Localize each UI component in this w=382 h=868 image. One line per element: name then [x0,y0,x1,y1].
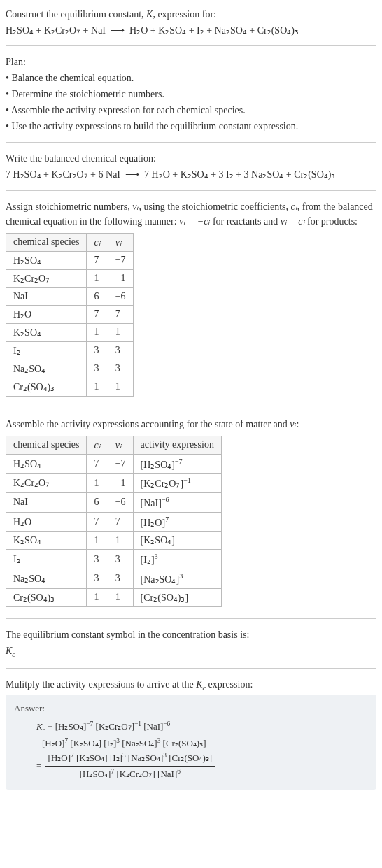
balanced-right: 7 H₂O + K₂SO₄ + 3 I₂ + 3 Na₂SO₄ + Cr₂(SO… [144,169,335,180]
species-cell: Cr₂(SO₄)₃ [6,378,87,396]
activity-cell: [K₂Cr₂O₇]−1 [133,474,221,493]
intro-K: K [146,9,153,20]
equals-sign: = [36,760,44,771]
species-cell: Na₂SO₄ [6,569,87,589]
stoich-ci: cᵢ [291,201,297,212]
nui-cell: −7 [108,454,133,474]
stoich-intro: Assign stoichiometric numbers, νᵢ, using… [6,199,376,229]
table-header: νᵢ [108,233,133,251]
header-nui: νᵢ [115,237,122,248]
intro-section: Construct the equilibrium constant, K, e… [6,7,376,45]
ci-cell: 3 [87,550,108,569]
nui-cell: −6 [108,287,133,305]
nui-cell: 1 [108,323,133,341]
answer-line1: [H₂SO₄]−7 [K₂Cr₂O₇]−1 [NaI]−6 [55,721,171,732]
intro-title-prefix: Construct the equilibrium constant, [6,9,146,20]
answer-label: Answer: [14,702,368,716]
answer-expression: Kc = [H₂SO₄]−7 [K₂Cr₂O₇]−1 [NaI]−6 [14,718,368,735]
kc-symbol: Kc [196,679,206,690]
ci-cell: 1 [87,588,108,606]
activity-nu: νᵢ [290,419,296,429]
stoich-text: , using the stoichiometric coefficients, [139,201,290,212]
table-row: H₂SO₄7−7[H₂SO₄]−7 [6,454,222,474]
species-cell: Na₂SO₄ [6,360,87,378]
table-row: H₂O77[H₂O]7 [6,512,222,532]
activity-intro: Assemble the activity expressions accoun… [6,417,376,432]
balanced-left: 7 H₂SO₄ + K₂Cr₂O₇ + 6 NaI [6,169,120,180]
reaction-left: H₂SO₄ + K₂Cr₂O₇ + NaI [6,25,106,36]
activity-section: Assemble the activity expressions accoun… [6,408,376,618]
species-cell: NaI [6,287,87,305]
table-row: NaI6−6[NaI]−6 [6,493,222,513]
nui-cell: 3 [108,569,133,589]
reaction-arrow: ⟶ [111,25,125,36]
species-cell: H₂SO₄ [6,454,87,474]
ci-cell: 1 [87,378,108,396]
stoich-section: Assign stoichiometric numbers, νᵢ, using… [6,190,376,408]
symbol-kc: Kc [6,643,376,660]
ci-cell: 7 [87,454,108,474]
nui-cell: 7 [108,305,133,323]
multiply-line: Mulitply the activity expressions to arr… [6,677,376,693]
nui-cell: −1 [108,474,133,493]
activity-cell: [K₂SO₄] [133,532,221,550]
balanced-equation: 7 H₂SO₄ + K₂Cr₂O₇ + 6 NaI ⟶ 7 H₂O + K₂SO… [6,167,376,183]
activity-text: Assemble the activity expressions accoun… [6,419,290,429]
header-ci: cᵢ [94,237,100,248]
plan-item: • Balance the chemical equation. [6,71,376,85]
table-row: Na₂SO₄33[Na₂SO₄]3 [6,569,222,589]
reaction-right: H₂O + K₂SO₄ + I₂ + Na₂SO₄ + Cr₂(SO₄)₃ [129,25,299,36]
ci-cell: 1 [87,323,108,341]
ci-cell: 1 [87,532,108,550]
species-cell: K₂SO₄ [6,532,87,550]
nui-cell: 3 [108,360,133,378]
answer-fraction-line: = [H₂O]7 [K₂SO₄] [I₂]3 [Na₂SO₄]3 [Cr₂(SO… [14,750,368,782]
table-row: I₂33 [6,341,134,360]
activity-cell: [I₂]3 [133,550,221,569]
ci-cell: 7 [87,512,108,532]
table-header: νᵢ [108,436,133,454]
table-row: K₂SO₄11[K₂SO₄] [6,532,222,550]
species-cell: K₂Cr₂O₇ [6,474,87,493]
species-cell: K₂Cr₂O₇ [6,269,87,287]
table-row: K₂SO₄11 [6,323,134,341]
table-row: H₂SO₄7−7 [6,251,134,269]
ci-cell: 1 [87,269,108,287]
nui-cell: 1 [108,378,133,396]
intro-title-suffix: , expression for: [153,9,216,20]
header-nui: νᵢ [115,440,122,450]
stoich-eq: νᵢ = cᵢ [281,216,305,227]
activity-cell: [H₂O]7 [133,512,221,532]
nui-cell: −6 [108,493,133,513]
ci-cell: 7 [87,305,108,323]
table-header: chemical species [6,436,87,454]
species-cell: H₂O [6,305,87,323]
intro-title: Construct the equilibrium constant, K, e… [6,7,376,22]
table-header: cᵢ [87,436,108,454]
species-cell: I₂ [6,550,87,569]
page: Construct the equilibrium constant, K, e… [0,0,382,808]
nui-cell: 3 [108,550,133,569]
nui-cell: −7 [108,251,133,269]
plan-section: Plan: • Balance the chemical equation. •… [6,45,376,142]
ci-cell: 1 [87,474,108,493]
balanced-arrow: ⟶ [125,169,139,180]
table-row: I₂33[I₂]3 [6,550,222,569]
activity-cell: [NaI]−6 [133,493,221,513]
stoich-eq: νᵢ = −cᵢ [179,216,210,227]
activity-text: : [297,419,299,429]
table-header: cᵢ [87,233,108,251]
species-cell: H₂SO₄ [6,251,87,269]
balanced-heading: Write the balanced chemical equation: [6,151,376,166]
stoich-text: Assign stoichiometric numbers, [6,201,132,212]
ci-cell: 6 [87,493,108,513]
nui-cell: −1 [108,269,133,287]
species-cell: H₂O [6,512,87,532]
kc-symbol: Kc [6,646,15,656]
table-row: K₂Cr₂O₇1−1[K₂Cr₂O₇]−1 [6,474,222,493]
table-row: H₂O77 [6,305,134,323]
fraction-numerator: [H₂O]7 [K₂SO₄] [I₂]3 [Na₂SO₄]3 [Cr₂(SO₄)… [45,750,215,767]
ci-cell: 6 [87,287,108,305]
symbol-section: The equilibrium constant symbol in the c… [6,618,376,668]
table-row: Na₂SO₄33 [6,360,134,378]
